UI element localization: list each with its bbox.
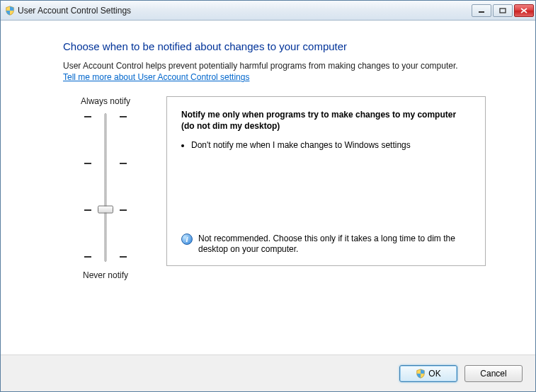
level-bullet-list: Don't notify me when I make changes to W… xyxy=(191,140,471,156)
window-controls xyxy=(472,4,534,17)
svg-rect-0 xyxy=(479,11,484,13)
slider-track xyxy=(105,113,107,262)
cancel-button-label: Cancel xyxy=(480,369,506,379)
slider-thumb[interactable] xyxy=(98,206,113,214)
cancel-button[interactable]: Cancel xyxy=(464,365,523,382)
level-note-text: Not recommended. Choose this only if it … xyxy=(198,234,471,255)
titlebar: User Account Control Settings xyxy=(1,1,535,21)
page-description: User Account Control helps prevent poten… xyxy=(63,61,486,71)
slider-label-top: Always notify xyxy=(81,96,130,106)
page-heading: Choose when to be notified about changes… xyxy=(63,40,486,52)
ok-button-label: OK xyxy=(428,369,440,379)
svg-rect-1 xyxy=(500,8,506,13)
ok-button[interactable]: OK xyxy=(399,365,457,382)
slider-label-bottom: Never notify xyxy=(83,270,128,280)
learn-more-link[interactable]: Tell me more about User Account Control … xyxy=(63,72,249,82)
level-bullet: Don't notify me when I make changes to W… xyxy=(191,140,471,151)
slider-column: Always notify Never notify xyxy=(63,96,148,280)
close-button[interactable] xyxy=(514,4,534,17)
minimize-button[interactable] xyxy=(472,4,491,17)
shield-icon xyxy=(416,369,426,379)
maximize-button[interactable] xyxy=(493,4,513,17)
level-description-panel: Notify me only when programs try to make… xyxy=(166,96,486,266)
window-title: User Account Control Settings xyxy=(15,6,472,16)
level-heading: Notify me only when programs try to make… xyxy=(181,110,471,132)
footer: OK Cancel xyxy=(1,354,535,391)
shield-icon xyxy=(5,6,15,16)
info-icon: i xyxy=(181,234,193,245)
level-note: i Not recommended. Choose this only if i… xyxy=(181,234,471,255)
content-area: Choose when to be notified about changes… xyxy=(1,21,535,354)
notification-slider[interactable] xyxy=(84,113,127,262)
